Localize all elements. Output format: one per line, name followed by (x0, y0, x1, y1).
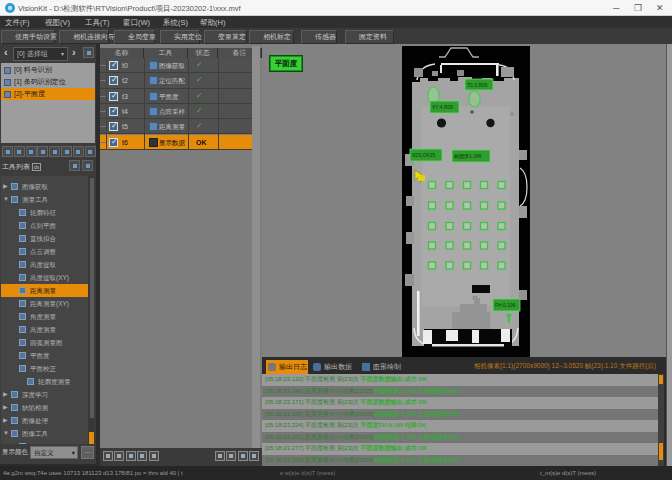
svg-text:XY:4,R05: XY:4,R05 (432, 104, 453, 110)
svg-text:FH:0.196: FH:0.196 (495, 302, 516, 308)
svg-text:T0.3,R05: T0.3,R05 (467, 82, 488, 88)
svg-text:N25,OK25: N25,OK25 (412, 152, 436, 158)
svg-text:树脂厚1.346: 树脂厚1.346 (454, 153, 482, 160)
